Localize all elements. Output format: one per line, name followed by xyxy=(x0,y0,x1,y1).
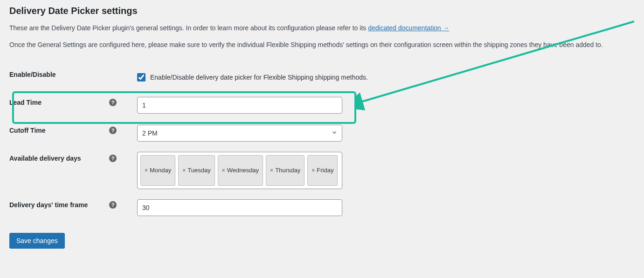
intro-paragraph-1: These are the Delivery Date Picker plugi… xyxy=(9,23,635,33)
enable-checkbox-label: Enable/Disable delivery date picker for … xyxy=(150,74,368,81)
lead-time-label: Lead Time xyxy=(9,99,109,106)
day-tag-label: Monday xyxy=(150,167,171,174)
day-tag[interactable]: × Tuesday xyxy=(178,155,215,186)
row-available-days: Available delivery days ? × Monday× Tues… xyxy=(9,147,635,194)
avail-days-tags-input[interactable]: × Monday× Tuesday× Wednesday× Thursday× … xyxy=(137,152,342,189)
intro-paragraph-2: Once the General Settings are configured… xyxy=(9,40,635,50)
help-icon[interactable]: ? xyxy=(109,155,117,162)
cutoff-select[interactable]: 2 PM xyxy=(137,125,342,142)
day-tag-label: Thursday xyxy=(275,167,300,174)
cutoff-label: Cutoff Time xyxy=(9,127,109,134)
help-icon[interactable]: ? xyxy=(109,127,117,134)
intro-text-pre: These are the Delivery Date Picker plugi… xyxy=(9,24,368,32)
documentation-link[interactable]: dedicated documentation → xyxy=(368,24,449,32)
remove-tag-icon[interactable]: × xyxy=(182,167,186,174)
help-icon[interactable]: ? xyxy=(109,99,117,106)
lead-time-input[interactable] xyxy=(137,97,342,114)
page-title: Delivery Date Picker settings xyxy=(9,6,635,16)
day-tag[interactable]: × Wednesday xyxy=(218,155,263,186)
day-tag[interactable]: × Friday xyxy=(307,155,338,186)
day-tag-label: Wednesday xyxy=(227,167,259,174)
day-tag-label: Friday xyxy=(317,167,333,174)
remove-tag-icon[interactable]: × xyxy=(312,167,315,174)
settings-form: Enable/Disable Enable/Disable delivery d… xyxy=(9,63,635,222)
remove-tag-icon[interactable]: × xyxy=(145,167,148,174)
time-frame-input[interactable] xyxy=(137,199,342,216)
day-tag[interactable]: × Monday xyxy=(140,155,175,186)
row-lead-time: Lead Time ? xyxy=(9,91,635,119)
row-enable-disable: Enable/Disable Enable/Disable delivery d… xyxy=(9,63,635,91)
help-icon[interactable]: ? xyxy=(109,201,117,209)
enable-checkbox[interactable] xyxy=(137,73,145,81)
row-cutoff-time: Cutoff Time ? 2 PM xyxy=(9,119,635,147)
remove-tag-icon[interactable]: × xyxy=(222,167,225,174)
cutoff-select-value: 2 PM xyxy=(137,125,342,142)
remove-tag-icon[interactable]: × xyxy=(270,167,273,174)
row-time-frame: Delivery days' time frame ? xyxy=(9,194,635,222)
time-frame-label: Delivery days' time frame xyxy=(9,201,109,209)
day-tag[interactable]: × Thursday xyxy=(266,155,305,186)
avail-days-label: Available delivery days xyxy=(9,155,109,162)
day-tag-label: Tuesday xyxy=(187,167,210,174)
enable-label: Enable/Disable xyxy=(9,71,117,78)
save-button[interactable]: Save changes xyxy=(9,233,65,249)
